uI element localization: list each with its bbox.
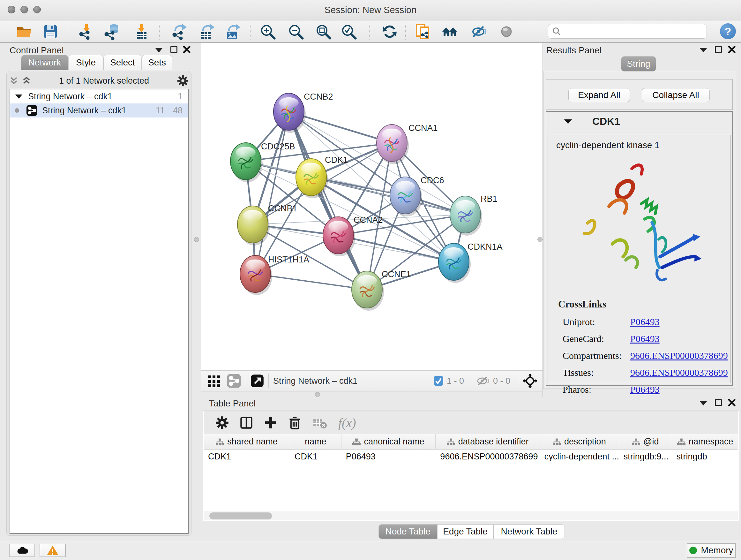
network-options-gear-icon[interactable] bbox=[177, 75, 189, 87]
network-edge-count: 48 bbox=[173, 106, 183, 116]
horizontal-splitter-handle[interactable] bbox=[315, 392, 320, 397]
network-node-rb1[interactable]: RB1 bbox=[450, 194, 497, 236]
network-collection-row[interactable]: String Network – cdk1 1 bbox=[10, 89, 188, 104]
clone-network-icon[interactable] bbox=[414, 23, 431, 40]
crosslink-uniprot-link[interactable]: P06493 bbox=[630, 316, 660, 327]
control-panel-close-icon[interactable] bbox=[183, 45, 191, 54]
cell-canonical-name[interactable]: P06493 bbox=[341, 449, 436, 463]
zoom-fit-icon[interactable] bbox=[315, 23, 332, 40]
show-all-icon[interactable] bbox=[498, 23, 515, 40]
tab-style[interactable]: Style bbox=[68, 55, 104, 70]
network-canvas[interactable]: CCNB2CCNA1CDC25BCDK1CDC6RB1CCNB1CCNA2CDK… bbox=[201, 43, 542, 370]
zoom-selected-icon[interactable] bbox=[340, 23, 357, 40]
search-field[interactable] bbox=[548, 24, 707, 39]
column-header-canonical-name[interactable]: canonical name bbox=[341, 434, 436, 449]
cell-shared-name[interactable]: CDK1 bbox=[204, 449, 290, 463]
tab-select[interactable]: Select bbox=[104, 55, 142, 70]
import-table-file-icon[interactable] bbox=[133, 23, 150, 40]
help-button[interactable]: ? bbox=[720, 23, 736, 39]
collection-expand-icon[interactable] bbox=[15, 95, 22, 99]
cloud-button[interactable] bbox=[9, 544, 35, 557]
first-neighbors-icon[interactable] bbox=[441, 23, 458, 40]
delete-column-trash-icon[interactable] bbox=[288, 416, 302, 430]
cell-description[interactable]: cyclin-dependent ... bbox=[540, 449, 619, 463]
network-node-ccne1[interactable]: CCNE1 bbox=[352, 269, 411, 311]
tab-network[interactable]: Network bbox=[21, 55, 68, 70]
table-row[interactable]: CDK1 CDK1 P06493 9606.ENSP00000378699 cy… bbox=[204, 449, 738, 463]
collapse-all-icon[interactable] bbox=[9, 76, 18, 86]
export-table-icon[interactable] bbox=[199, 23, 215, 40]
expand-all-button[interactable]: Expand All bbox=[568, 88, 630, 102]
cell-namespace[interactable]: stringdb bbox=[672, 449, 738, 463]
gene-collapse-icon[interactable] bbox=[564, 119, 572, 124]
warnings-button[interactable] bbox=[40, 544, 66, 557]
column-header-name[interactable]: name bbox=[290, 434, 341, 449]
network-edge[interactable] bbox=[255, 112, 289, 274]
zoom-out-icon[interactable] bbox=[287, 23, 304, 40]
crosslink-genecard-link[interactable]: P06493 bbox=[630, 333, 660, 344]
network-view-icon[interactable] bbox=[226, 374, 241, 388]
search-input[interactable] bbox=[561, 26, 703, 37]
network-row[interactable]: String Network – cdk1 11 48 bbox=[10, 104, 188, 118]
function-builder-icon[interactable]: f(x) bbox=[338, 415, 356, 430]
zoom-in-icon[interactable] bbox=[259, 23, 276, 40]
results-panel-menu-icon[interactable] bbox=[699, 48, 707, 52]
network-node-cdc25b[interactable]: CDC25B bbox=[230, 142, 295, 182]
column-header-description[interactable]: description bbox=[540, 434, 619, 449]
hide-selected-icon[interactable] bbox=[471, 23, 487, 40]
create-column-icon[interactable] bbox=[264, 416, 278, 430]
column-header-database-identifier[interactable]: database identifier bbox=[435, 434, 540, 449]
control-panel-menu-icon[interactable] bbox=[155, 48, 163, 52]
cell-name[interactable]: CDK1 bbox=[290, 449, 341, 463]
network-edge[interactable] bbox=[338, 235, 454, 262]
network-node-cdc6[interactable]: CDC6 bbox=[390, 176, 444, 216]
network-node-ccnb1[interactable]: CCNB1 bbox=[238, 204, 297, 246]
crosslink-compartments-link[interactable]: 9606.ENSP00000378699 bbox=[630, 350, 728, 361]
control-panel-float-icon[interactable] bbox=[171, 46, 178, 53]
tab-sets[interactable]: Sets bbox=[142, 55, 172, 70]
column-header-id[interactable]: @id bbox=[619, 434, 672, 449]
cell-database-identifier[interactable]: 9606.ENSP00000378699 bbox=[435, 449, 540, 463]
column-header-shared-name[interactable]: shared name bbox=[204, 434, 290, 449]
network-node-cdk1[interactable]: CDK1 bbox=[296, 155, 348, 198]
import-network-file-icon[interactable] bbox=[78, 23, 95, 40]
table-panel-close-icon[interactable] bbox=[728, 398, 736, 407]
export-image-icon[interactable] bbox=[224, 23, 241, 40]
refresh-layout-icon[interactable] bbox=[381, 23, 398, 40]
table-panel-float-icon[interactable] bbox=[715, 399, 722, 406]
delete-table-icon[interactable] bbox=[313, 416, 327, 429]
network-node-cdkn1a[interactable]: CDKN1A bbox=[439, 242, 502, 283]
export-network-icon[interactable] bbox=[172, 23, 188, 40]
show-columns-icon[interactable] bbox=[239, 416, 253, 430]
detach-view-icon[interactable] bbox=[251, 374, 264, 388]
tab-string[interactable]: String bbox=[621, 56, 656, 71]
network-graph[interactable]: CCNB2CCNA1CDC25BCDK1CDC6RB1CCNB1CCNA2CDK… bbox=[201, 43, 542, 370]
memory-button[interactable]: Memory bbox=[687, 543, 736, 558]
table-horizontal-scrollbar[interactable] bbox=[204, 511, 738, 520]
collapse-all-button[interactable]: Collapse All bbox=[642, 88, 710, 102]
network-node-hist1h1a[interactable]: HIST1H1A bbox=[240, 255, 309, 295]
save-session-icon[interactable] bbox=[42, 23, 59, 40]
right-splitter-handle[interactable] bbox=[537, 237, 542, 242]
grid-view-icon[interactable] bbox=[207, 374, 221, 388]
crosslink-tissues-link[interactable]: 9606.ENSP00000378699 bbox=[630, 367, 728, 378]
cell-id[interactable]: stringdb:9... bbox=[619, 449, 672, 463]
left-splitter-handle[interactable] bbox=[194, 237, 199, 242]
column-header-namespace[interactable]: namespace bbox=[672, 434, 738, 449]
tab-network-table[interactable]: Network Table bbox=[493, 524, 565, 539]
network-node-ccnb2[interactable]: CCNB2 bbox=[273, 92, 333, 133]
open-session-icon[interactable] bbox=[16, 23, 32, 40]
import-network-database-icon[interactable] bbox=[104, 23, 120, 40]
results-panel-float-icon[interactable] bbox=[715, 46, 722, 53]
selected-checkbox-icon[interactable] bbox=[433, 376, 444, 386]
table-options-gear-icon[interactable] bbox=[215, 416, 229, 430]
tab-node-table[interactable]: Node Table bbox=[379, 524, 437, 539]
expand-all-icon[interactable] bbox=[22, 76, 31, 86]
scrollbar-thumb[interactable] bbox=[209, 512, 272, 519]
birds-eye-view-icon[interactable] bbox=[523, 374, 537, 388]
node-label: CCNA1 bbox=[408, 123, 438, 133]
tab-edge-table[interactable]: Edge Table bbox=[437, 524, 493, 539]
results-panel-close-icon[interactable] bbox=[728, 45, 736, 54]
crosslink-pharos-link[interactable]: P06493 bbox=[630, 384, 660, 395]
table-panel-menu-icon[interactable] bbox=[699, 401, 707, 406]
